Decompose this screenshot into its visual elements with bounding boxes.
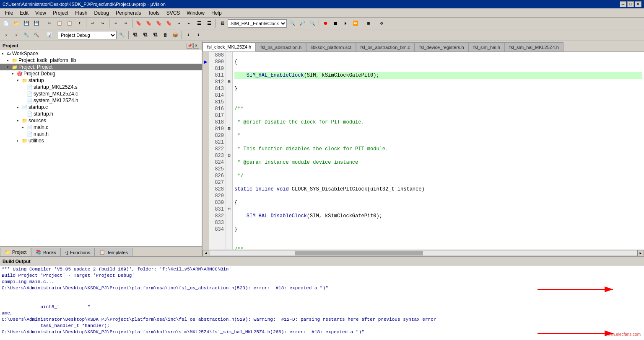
tree-startup-folder[interactable]: ▾ 📁 startup	[0, 77, 202, 84]
tree-main-c[interactable]: ▸ 📄 main.c	[0, 124, 202, 131]
tb-unindent[interactable]: ⇤	[184, 19, 194, 28]
menu-peripherals[interactable]: Peripherals	[112, 9, 145, 17]
tb2-download[interactable]: ⬇	[184, 31, 193, 40]
tree-startup-h[interactable]: ▸ 📄 startup.h	[0, 111, 202, 117]
menu-view[interactable]: View	[32, 9, 49, 17]
tb2-build2[interactable]: 🏗	[140, 31, 150, 40]
tb-paste[interactable]: 📋	[65, 19, 74, 28]
tb2-download2[interactable]: ⬇	[194, 31, 203, 40]
tb-search1[interactable]: 🔍	[288, 19, 297, 28]
scroll-left-btn[interactable]: ◀	[203, 250, 209, 257]
tb-search2[interactable]: 🔎	[298, 19, 307, 28]
menu-window[interactable]: Window	[183, 9, 208, 17]
tab-functions[interactable]: {} Functions	[61, 248, 95, 256]
minimize-button[interactable]: ─	[620, 1, 626, 7]
tree-utilities-label: utilities	[29, 138, 44, 144]
folder-icon-utilities: 📁	[22, 138, 28, 144]
tb2-batch[interactable]: 📦	[171, 31, 180, 40]
tb-open[interactable]: 📂	[12, 19, 21, 28]
tb-redo[interactable]: ↪	[98, 19, 107, 28]
tb-bookmark4[interactable]: 🔖	[164, 19, 174, 28]
code-scrollbar[interactable]: ◀ ▶	[203, 250, 644, 256]
tree-project[interactable]: ▾ 📁 Project: Project	[0, 64, 202, 70]
tb-play2[interactable]: ⏩	[351, 19, 360, 28]
target-dropdown[interactable]: Project Debug	[58, 31, 117, 39]
panel-pin-button[interactable]: 📌	[187, 43, 192, 49]
tb-grid[interactable]: ▦	[364, 19, 373, 28]
tab-project[interactable]: 📁 Project	[0, 248, 31, 256]
tb-indent2[interactable]: ☰	[195, 19, 204, 28]
tree-workspace-label: WorkSpace	[12, 51, 38, 57]
tb-copy[interactable]: 📋	[55, 19, 64, 28]
menu-project[interactable]: Project	[49, 9, 72, 17]
tree-sources-folder[interactable]: ▾ 📁 sources	[0, 117, 202, 124]
tb-save[interactable]: 💾	[22, 19, 31, 28]
tree-startup-c[interactable]: ▸ 📄 startup.c	[0, 104, 202, 111]
tb-indent[interactable]: ⇥	[174, 19, 184, 28]
menu-file[interactable]: File	[2, 9, 16, 17]
tb-bookmark3[interactable]: 🔖	[154, 19, 164, 28]
tb2-5[interactable]: 📊	[45, 31, 54, 40]
file-tab-6[interactable]: fsl_sim_hal_MKL25Z4.h	[505, 42, 564, 52]
tree-workspace[interactable]: ▾ 🗂 WorkSpace	[0, 50, 202, 57]
file-tab-1[interactable]: fsl_os_abstraction.h	[256, 42, 306, 52]
build-output-content[interactable]: *** Using Compiler 'V5.05 update 2 (buil…	[0, 265, 644, 340]
tb-nav-back[interactable]: ⬅	[111, 19, 120, 28]
sep11	[128, 31, 129, 39]
menu-help[interactable]: Help	[208, 9, 225, 17]
tab-project-icon: 📁	[5, 250, 10, 255]
tree-project-debug[interactable]: ▾ 🎯 Project Debug	[0, 70, 202, 77]
scroll-right-btn[interactable]: ▶	[637, 250, 644, 257]
tree-startup-s[interactable]: ▸ 📄 startup_MKL25Z4.s	[0, 84, 202, 90]
tree-system-c[interactable]: ▸ 📄 system_MKL25Z4.c	[0, 90, 202, 97]
tb-nav-fwd[interactable]: ➡	[121, 19, 130, 28]
tb-bookmark[interactable]: 🔖	[134, 19, 143, 28]
tb-play[interactable]: ⏵	[341, 19, 350, 28]
file-tab-3[interactable]: fsl_os_abstraction_bm.c	[356, 42, 415, 52]
tb-load[interactable]: ⬆	[75, 19, 84, 28]
tree-ksdk-lib[interactable]: ▸ 📁 Project: ksdk_platform_lib	[0, 57, 202, 64]
scroll-thumb[interactable]	[295, 251, 423, 255]
menu-debug[interactable]: Debug	[91, 9, 112, 17]
file-tab-4[interactable]: fsl_device_registers.h	[415, 42, 468, 52]
tb-save2[interactable]: 💾	[32, 19, 41, 28]
watermark: www.elecfans.com	[606, 332, 641, 337]
menu-svcs[interactable]: SVCS	[163, 9, 184, 17]
tab-books[interactable]: 📚 Books	[31, 248, 61, 256]
tb-cut[interactable]: ✂	[45, 19, 54, 28]
tb2-manage[interactable]: 🔧	[117, 31, 127, 40]
tb-new[interactable]: 📄	[2, 19, 11, 28]
scroll-track[interactable]	[209, 251, 637, 256]
tb2-1[interactable]: ⚡	[2, 31, 11, 40]
file-tab-2[interactable]: libksdk_platform.sct	[306, 42, 356, 52]
close-button[interactable]: ✕	[635, 1, 641, 7]
tb-find[interactable]: 🔍	[308, 19, 317, 28]
tb-undo[interactable]: ↩	[88, 19, 97, 28]
sep10	[56, 31, 56, 39]
tb2-build3[interactable]: 🏗	[151, 31, 160, 40]
sep7	[362, 19, 362, 28]
maximize-button[interactable]: □	[627, 1, 634, 7]
tb-settings[interactable]: ⚙	[377, 19, 386, 28]
tree-utilities-folder[interactable]: ▸ 📁 utilities	[0, 137, 202, 144]
tb-stop[interactable]: ⏹	[331, 19, 340, 28]
menu-flash[interactable]: Flash	[72, 9, 91, 17]
menu-edit[interactable]: Edit	[16, 9, 32, 17]
file-tab-5[interactable]: fsl_sim_hal.h	[469, 42, 505, 52]
tb-record[interactable]: ⏺	[321, 19, 330, 28]
tb2-build1[interactable]: 🏗	[130, 31, 140, 40]
code-content[interactable]: { SIM_HAL_EnableClock(SIM, kSimClockGate…	[233, 52, 644, 250]
tb2-3[interactable]: 🔧	[22, 31, 31, 40]
function-dropdown[interactable]: SIM_HAL_EnableClock	[228, 19, 287, 28]
menu-tools[interactable]: Tools	[145, 9, 163, 17]
panel-close-button[interactable]: ✕	[193, 43, 199, 49]
tb2-clean[interactable]: 🗑	[161, 31, 170, 40]
tree-system-h[interactable]: ▸ 📄 system_MKL25Z4.h	[0, 97, 202, 104]
tb-bookmark2[interactable]: 🔖	[144, 19, 153, 28]
tree-main-h[interactable]: ▸ 📄 main.h	[0, 131, 202, 137]
tb2-2[interactable]: ⚡	[12, 31, 21, 40]
file-tab-0[interactable]: fsl_clock_MKL25Z4.h	[203, 42, 256, 52]
tb2-4[interactable]: 🔨	[32, 31, 41, 40]
tab-templates[interactable]: 📋 Templates	[95, 248, 132, 256]
tb-indent3[interactable]: ☰	[205, 19, 214, 28]
